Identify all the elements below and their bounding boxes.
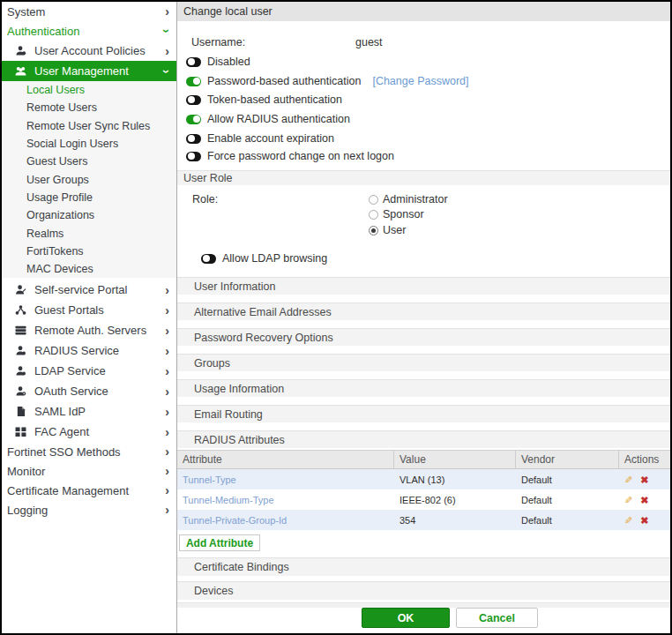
edit-icon[interactable]: ✎ — [624, 475, 632, 485]
sidebar-item-fortitokens[interactable]: FortiTokens — [2, 243, 176, 260]
delete-icon[interactable]: ✖ — [640, 516, 648, 526]
section-radius-attributes[interactable]: RADIUS Attributes — [177, 430, 670, 448]
column-header-actions: Actions — [619, 451, 670, 468]
sidebar-item-label: Authentication — [7, 25, 79, 38]
sidebar-item-mac-devices[interactable]: MAC Devices — [2, 260, 176, 278]
toggle-row-disabled: Disabled — [186, 56, 250, 68]
sidebar-item-label: MAC Devices — [26, 263, 93, 275]
section-user-information[interactable]: User Information — [177, 277, 670, 295]
sidebar-item-authentication[interactable]: Authentication › — [2, 21, 176, 41]
user-badge-icon — [15, 346, 28, 355]
role-radio-administrator[interactable]: Administrator — [369, 193, 448, 205]
sidebar-item-fortinet-sso-methods[interactable]: Fortinet SSO Methods › — [2, 442, 176, 461]
sidebar-item-realms[interactable]: Realms — [2, 224, 176, 242]
sidebar-item-remote-user-sync-rules[interactable]: Remote User Sync Rules — [2, 117, 176, 135]
attribute-link[interactable]: Tunnel-Type — [183, 474, 236, 485]
account-expiration-toggle[interactable] — [186, 134, 201, 144]
add-attribute-button[interactable]: Add Attribute — [179, 534, 260, 551]
sidebar-item-label: Guest Portals — [34, 303, 104, 317]
toggle-label: Allow LDAP browsing — [222, 252, 327, 265]
sidebar-item-user-account-policies[interactable]: User Account Policies › — [2, 41, 176, 61]
toggle-row-force-password-change: Force password change on next logon — [186, 150, 394, 162]
toggle-row-ldap-browsing: Allow LDAP browsing — [201, 252, 327, 265]
column-header-attribute[interactable]: Attribute — [177, 451, 394, 468]
section-email-routing[interactable]: Email Routing — [177, 405, 670, 422]
attribute-vendor: Default — [516, 515, 619, 526]
sidebar-item-usage-profile[interactable]: Usage Profile — [2, 189, 176, 206]
ldap-browsing-toggle[interactable] — [201, 254, 216, 264]
sidebar-item-guest-users[interactable]: Guest Users — [2, 153, 176, 170]
sidebar-item-user-management[interactable]: User Management › — [2, 61, 176, 81]
attribute-link[interactable]: Tunnel-Medium-Type — [183, 495, 274, 505]
change-password-link[interactable]: [Change Password] — [372, 75, 468, 87]
section-certificate-bindings[interactable]: Certificate Bindings — [177, 557, 670, 576]
chevron-right-icon: › — [165, 504, 169, 516]
sidebar-item-label: Local Users — [26, 84, 85, 96]
radius-auth-toggle[interactable] — [186, 115, 201, 124]
section-password-recovery-options[interactable]: Password Recovery Options — [177, 328, 670, 346]
force-password-change-toggle[interactable] — [186, 152, 201, 161]
sidebar-item-oauth-service[interactable]: OAuth Service › — [2, 381, 176, 401]
sidebar-item-label: User Groups — [26, 174, 89, 186]
sidebar-item-label: Fortinet SSO Methods — [7, 445, 121, 459]
main-panel: Change local user Username: guest Disabl… — [177, 2, 670, 633]
section-usage-information[interactable]: Usage Information — [177, 379, 670, 397]
sidebar-item-label: FAC Agent — [34, 425, 89, 438]
chevron-right-icon: › — [165, 325, 169, 337]
disabled-toggle[interactable] — [186, 57, 201, 67]
username-row: Username: guest — [177, 35, 670, 49]
server-icon — [15, 325, 28, 335]
sidebar-item-system[interactable]: System › — [2, 2, 176, 21]
section-title: Password Recovery Options — [194, 332, 333, 344]
radio-selected-icon — [369, 226, 378, 235]
username-label: Username: — [191, 36, 245, 49]
sidebar-item-radius-service[interactable]: RADIUS Service › — [2, 340, 176, 361]
chevron-right-icon: › — [165, 345, 169, 357]
sidebar-item-remote-users[interactable]: Remote Users — [2, 99, 176, 116]
chevron-right-icon: › — [165, 445, 169, 458]
sidebar-item-certificate-management[interactable]: Certificate Management › — [2, 481, 176, 500]
sidebar-item-ldap-service[interactable]: LDAP Service › — [2, 361, 176, 381]
chevron-right-icon: › — [165, 465, 169, 477]
role-radio-user[interactable]: User — [369, 224, 406, 236]
sidebar-item-monitor[interactable]: Monitor › — [2, 461, 176, 481]
delete-icon[interactable]: ✖ — [640, 475, 648, 485]
toggle-knob — [188, 153, 195, 160]
sidebar-item-self-service-portal[interactable]: Self-service Portal › — [2, 280, 176, 300]
page-title-bar: Change local user — [177, 2, 670, 21]
edit-icon[interactable]: ✎ — [624, 516, 632, 526]
delete-icon[interactable]: ✖ — [640, 496, 648, 505]
role-radio-sponsor[interactable]: Sponsor — [369, 208, 424, 220]
edit-icon[interactable]: ✎ — [624, 496, 632, 505]
section-devices[interactable]: Devices — [177, 581, 670, 600]
sidebar-item-label: Realms — [26, 228, 63, 240]
section-title: Groups — [194, 357, 230, 370]
page-title: Change local user — [183, 5, 273, 18]
cancel-button[interactable]: Cancel — [456, 608, 538, 628]
section-alternative-email-addresses[interactable]: Alternative Email Addresses — [177, 303, 670, 320]
ok-button[interactable]: OK — [362, 608, 450, 628]
sidebar-item-remote-auth-servers[interactable]: Remote Auth. Servers › — [2, 320, 176, 340]
sidebar-item-logging[interactable]: Logging › — [2, 500, 176, 519]
table-row: Tunnel-Type VLAN (13) Default ✎ ✖ — [177, 469, 670, 489]
attribute-link[interactable]: Tunnel-Private-Group-Id — [183, 515, 287, 526]
sidebar-item-local-users[interactable]: Local Users — [2, 81, 176, 99]
sidebar-item-organizations[interactable]: Organizations — [2, 206, 176, 224]
sidebar-item-user-groups[interactable]: User Groups — [2, 170, 176, 188]
column-header-value[interactable]: Value — [394, 451, 516, 468]
sidebar-item-guest-portals[interactable]: Guest Portals › — [2, 300, 176, 320]
token-auth-toggle[interactable] — [186, 95, 201, 105]
grid-icon — [15, 427, 28, 437]
sidebar-item-fac-agent[interactable]: FAC Agent › — [2, 422, 176, 442]
sidebar-item-saml-idp[interactable]: SAML IdP › — [2, 401, 176, 422]
section-groups[interactable]: Groups — [177, 354, 670, 371]
sidebar-item-social-login-users[interactable]: Social Login Users — [2, 135, 176, 153]
chevron-right-icon: › — [165, 304, 169, 317]
column-header-vendor[interactable]: Vendor — [516, 451, 619, 468]
network-icon — [15, 305, 28, 315]
sidebar-item-label: SAML IdP — [34, 405, 86, 418]
toggle-knob — [188, 135, 195, 142]
radio-icon — [369, 195, 378, 205]
radio-icon — [369, 210, 378, 220]
password-auth-toggle[interactable] — [186, 77, 201, 86]
